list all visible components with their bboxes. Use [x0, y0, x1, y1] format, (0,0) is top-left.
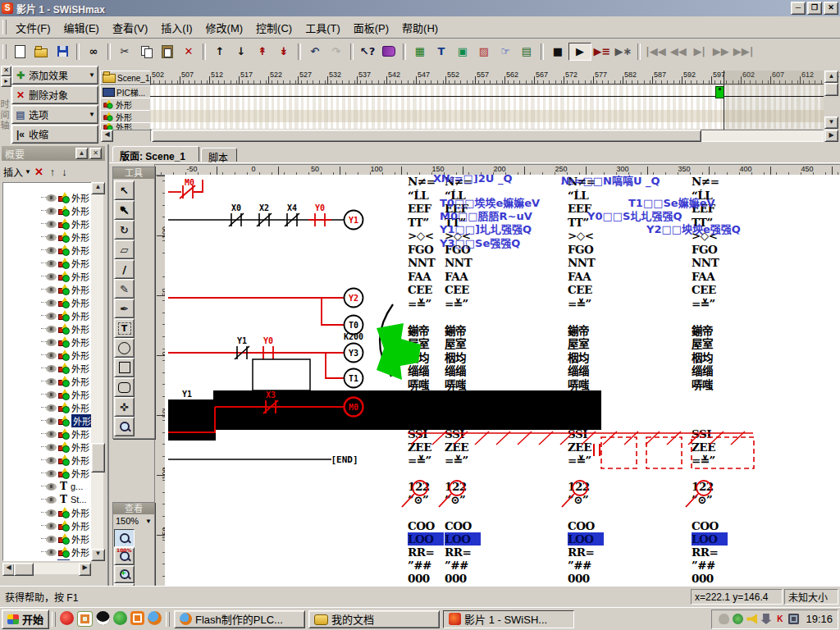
- outline-item[interactable]: 外形: [3, 336, 92, 349]
- outline-item[interactable]: 外形: [3, 441, 92, 454]
- outline-item[interactable]: 外形: [3, 362, 92, 375]
- outline-vscroll-thumb[interactable]: [91, 443, 105, 472]
- menu-item[interactable]: 插入(I): [154, 17, 199, 38]
- close-button[interactable]: ✕: [824, 2, 838, 15]
- cut-icon[interactable]: ✂: [114, 43, 135, 60]
- title-bar[interactable]: S 影片 1 - SWiSHmax ─ ❐ ✕: [0, 0, 840, 16]
- toolbar-grip[interactable]: [2, 44, 7, 59]
- start-button[interactable]: 开始: [2, 609, 49, 629]
- quick-launch-grip[interactable]: [52, 612, 56, 627]
- timeline-button-2[interactable]: ✕删除对象: [11, 85, 98, 104]
- bring-front-icon[interactable]: ↟: [252, 43, 273, 60]
- outline-item[interactable]: 外形: [3, 204, 92, 217]
- outline-hscrollbar[interactable]: ◀ ▶: [2, 563, 91, 574]
- insert-button[interactable]: 插入: [3, 165, 23, 179]
- tab-script[interactable]: 脚本: [201, 148, 237, 162]
- timeline-scroll-up-icon[interactable]: ▲: [824, 71, 838, 83]
- pen-tool[interactable]: ✒: [114, 299, 135, 318]
- subselect-tool[interactable]: ↖: [114, 200, 135, 220]
- open-icon[interactable]: [30, 43, 52, 60]
- goto-end-icon[interactable]: ▶▶|: [732, 43, 756, 60]
- timeline-track[interactable]: [150, 122, 824, 129]
- transform-tool[interactable]: ↻: [114, 220, 135, 240]
- timeline-hscroll-thumb[interactable]: [152, 130, 701, 142]
- ime-tray-icon[interactable]: K: [774, 614, 785, 624]
- outline-item[interactable]: 外形: [3, 427, 92, 441]
- timeline-scroll-right-icon[interactable]: ▶: [824, 130, 838, 142]
- menu-grip[interactable]: [2, 20, 7, 34]
- outline-item[interactable]: 外形: [3, 349, 92, 362]
- menu-item[interactable]: 修改(M): [199, 17, 250, 38]
- eye-icon[interactable]: [46, 444, 57, 451]
- green-arrow-shape[interactable]: [377, 323, 421, 380]
- copy-icon[interactable]: [135, 43, 157, 60]
- send-back-icon[interactable]: ↡: [273, 43, 294, 60]
- outline-item[interactable]: 外形: [3, 546, 92, 559]
- view-palette-title[interactable]: 查看: [113, 503, 154, 514]
- menu-item[interactable]: 面板(P): [347, 17, 395, 38]
- zoom-level-control[interactable]: 150% ▼: [113, 514, 154, 527]
- eye-icon[interactable]: [46, 549, 57, 556]
- qq-quick-icon[interactable]: [96, 611, 110, 625]
- new-icon[interactable]: [9, 43, 30, 60]
- outline-item[interactable]: 外形: [3, 519, 92, 532]
- outline-item[interactable]: 外形: [3, 296, 92, 309]
- eye-icon[interactable]: [46, 536, 57, 543]
- eye-icon[interactable]: [46, 260, 57, 267]
- outline-close-icon[interactable]: ✕: [89, 148, 102, 159]
- insert-dropdown-icon[interactable]: ▼: [25, 168, 31, 176]
- timeline-scroll-left-icon[interactable]: ◀: [101, 130, 113, 142]
- outline-item[interactable]: 外形: [3, 375, 92, 388]
- preview-frame-icon[interactable]: ▶|: [689, 43, 710, 60]
- text-tool[interactable]: T: [114, 318, 135, 338]
- outline-item[interactable]: 外形: [3, 401, 92, 414]
- outline-item[interactable]: 外形: [3, 231, 92, 244]
- goto-start-icon[interactable]: |◀◀: [644, 43, 668, 60]
- scheduler-tray-icon[interactable]: [733, 614, 743, 624]
- menu-item[interactable]: 编辑(E): [57, 17, 106, 38]
- minimize-button[interactable]: ─: [791, 2, 806, 15]
- timeline-close-icon[interactable]: ✕: [1, 66, 11, 76]
- insert-scene-icon[interactable]: ▦: [409, 43, 431, 60]
- outline-item[interactable]: 外形: [3, 467, 92, 480]
- redo-icon[interactable]: ↷: [326, 43, 347, 60]
- zoom-tool[interactable]: [114, 417, 135, 436]
- pan-tool[interactable]: ✜: [114, 397, 135, 417]
- mouse-tray-icon[interactable]: [719, 614, 729, 624]
- eye-icon[interactable]: [46, 391, 57, 399]
- outline-item[interactable]: 外形: [3, 244, 92, 257]
- outline-item[interactable]: 外形: [3, 309, 92, 322]
- menu-item[interactable]: 工具(T): [299, 17, 347, 38]
- network-tray-icon[interactable]: [760, 614, 771, 624]
- eye-icon[interactable]: [46, 378, 57, 386]
- rewind-icon[interactable]: ◀◀: [668, 43, 689, 60]
- timeline-vscroll-thumb[interactable]: [824, 83, 838, 96]
- eye-icon[interactable]: [46, 339, 57, 346]
- eye-icon[interactable]: [46, 509, 57, 517]
- menu-item[interactable]: 查看(V): [106, 17, 154, 38]
- outline-item[interactable]: 外形: [3, 532, 92, 546]
- fill-transform-tool[interactable]: ▱: [114, 240, 135, 259]
- insert-content-icon[interactable]: ▨: [473, 43, 495, 60]
- insert-sprite-icon[interactable]: ▤: [516, 43, 537, 60]
- timeline-button-4[interactable]: |«收缩: [11, 125, 98, 144]
- insert-image-icon[interactable]: ▣: [452, 43, 473, 60]
- move-down-icon[interactable]: ↓: [231, 43, 252, 60]
- outline-item[interactable]: 外形: [3, 506, 92, 519]
- media-quick-icon[interactable]: [77, 611, 93, 627]
- eye-icon[interactable]: [46, 457, 57, 464]
- taskbar-task-browser[interactable]: Flash制作的PLC...: [174, 610, 305, 628]
- timeline-button-1[interactable]: ✚添加效果▼: [11, 66, 98, 84]
- save-icon[interactable]: [52, 43, 73, 60]
- maximize-button[interactable]: ❐: [807, 2, 822, 15]
- zoom-tool[interactable]: [114, 529, 135, 547]
- play-timeline-icon[interactable]: ▶≡: [591, 43, 613, 60]
- rect-tool[interactable]: [114, 358, 135, 377]
- firefox-quick-icon[interactable]: [148, 611, 162, 625]
- menu-item[interactable]: 控制(C): [249, 17, 299, 38]
- outline-scroll-down-icon[interactable]: ▼: [91, 549, 105, 561]
- eye-icon[interactable]: [46, 247, 57, 254]
- eye-icon[interactable]: [46, 326, 57, 333]
- autoshape-tool[interactable]: [114, 377, 135, 397]
- find-icon[interactable]: ∞: [83, 43, 104, 60]
